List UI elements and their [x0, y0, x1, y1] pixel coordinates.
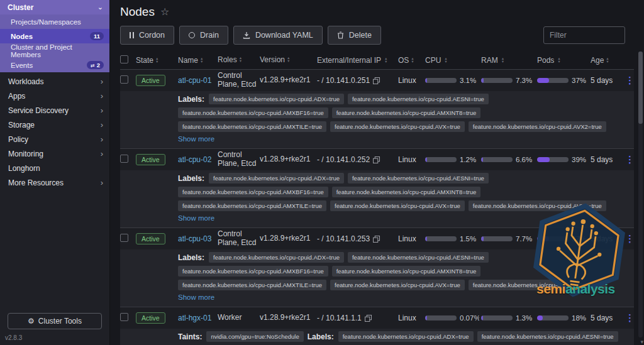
pods-cell: 18% [537, 314, 589, 322]
download-yaml-button[interactable]: Download YAML [233, 26, 323, 45]
drain-button[interactable]: Drain [179, 26, 228, 45]
sort-icon: ▲▼ [411, 57, 414, 63]
label-chip: feature.node.kubernetes.io/cpu-cpuid.AVX… [469, 121, 606, 132]
age-cell: 5 days [591, 314, 623, 322]
sidebar-item-events[interactable]: Events 2 [0, 58, 109, 72]
sort-icon: ▲▼ [557, 57, 560, 63]
cpu-usage-bar [425, 157, 457, 162]
ip-cell: - / 10.141.0.251 [317, 76, 396, 85]
sidebar-item-service-discovery[interactable]: Service Discovery › [0, 103, 109, 118]
sidebar-item-nodes[interactable]: Nodes 11 [0, 29, 109, 43]
column-header-ram[interactable]: RAM▲▼ [481, 56, 535, 65]
cpu-cell: 3.1% [425, 77, 479, 84]
copy-icon[interactable] [373, 236, 380, 243]
sidebar-item-longhorn[interactable]: Longhorn [0, 161, 109, 175]
os-cell: Linux [398, 155, 423, 164]
labels-label: Labels: [308, 332, 334, 341]
row-actions-menu-icon[interactable]: ⋮ [625, 155, 635, 165]
row-actions-menu-icon[interactable]: ⋮ [625, 234, 635, 244]
row-checkbox[interactable] [120, 75, 128, 84]
sidebar-item-monitoring[interactable]: Monitoring › [0, 146, 109, 161]
sidebar-item-more-resources[interactable]: More Resources › [0, 175, 109, 190]
label-chip: feature.node.kubernetes.io/cpu-cpuid.AMX… [178, 107, 328, 118]
scrollbar-down-arrow-icon[interactable]: ▾ [640, 339, 643, 345]
row-actions-menu-icon[interactable]: ⋮ [625, 313, 635, 323]
sidebar-item-label: Apps [8, 92, 25, 101]
table-row: Active atl-cpu-01 Control Plane, Etcd v1… [120, 70, 634, 148]
table-row: Active atl-hgx-01 Worker v1.28.9+rke2r1 … [120, 307, 634, 345]
chevron-right-icon: › [101, 178, 103, 187]
cluster-tools-label: Cluster Tools [38, 317, 82, 326]
sidebar-item-storage[interactable]: Storage › [0, 118, 109, 132]
sidebar-item-label: Longhorn [8, 164, 40, 173]
sidebar-item-label: Service Discovery [8, 106, 69, 115]
sidebar-item-projects-namespaces[interactable]: Projects/Namespaces [0, 14, 109, 29]
sidebar-item-policy[interactable]: Policy › [0, 132, 109, 146]
label-chip: feature.node.kubernetes.io/cpu-cpuid.ADX… [209, 94, 344, 104]
sidebar-item-cluster-and-project-members[interactable]: Cluster and Project Members [0, 43, 109, 58]
sidebar-item-apps[interactable]: Apps › [0, 89, 109, 103]
show-more-link[interactable]: Show more [178, 293, 214, 301]
column-header-os[interactable]: OS▲▼ [398, 56, 423, 65]
cluster-menu[interactable]: Cluster ⌄ [0, 0, 109, 14]
age-cell: 5 days [591, 155, 623, 164]
favorite-star-icon[interactable] [160, 7, 169, 17]
roles-cell: Control Plane, Etcd [218, 230, 258, 248]
chevron-right-icon: › [101, 106, 103, 114]
select-all-checkbox[interactable] [120, 55, 128, 63]
node-name-link[interactable]: atl-cpu-02 [178, 155, 211, 164]
column-header-cpu[interactable]: CPU▲▼ [425, 56, 479, 65]
sort-icon: ▲▼ [239, 57, 242, 63]
sort-icon: ▲▼ [606, 57, 609, 63]
sidebar-item-workloads[interactable]: Workloads › [0, 74, 109, 89]
column-header-version[interactable]: Version▲▼ [260, 56, 315, 65]
state-badge: Active [136, 154, 165, 165]
cordon-button[interactable]: Cordon [120, 26, 174, 45]
chevron-right-icon: › [101, 150, 103, 158]
scrollbar-thumb[interactable] [638, 52, 643, 124]
table-row: Active atl-cpu-03 Control Plane, Etcd v1… [120, 227, 634, 307]
cluster-tools-button[interactable]: ⚙ Cluster Tools [8, 313, 102, 329]
row-actions-menu-icon[interactable]: ⋮ [625, 75, 635, 85]
filter-input[interactable] [543, 26, 625, 44]
node-name-link[interactable]: atl-cpu-03 [178, 234, 211, 243]
cpu-usage-bar [425, 236, 457, 241]
column-header-roles[interactable]: Roles▲▼ [218, 56, 258, 65]
label-chip: feature.node.kubernetes.io/cpu-cpuid.AES… [348, 94, 489, 104]
chevron-right-icon: › [101, 92, 103, 100]
node-name-link[interactable]: atl-hgx-01 [178, 314, 211, 322]
column-header-age[interactable]: Age▲▼ [591, 56, 623, 65]
drain-icon [189, 32, 195, 38]
taints-label: Taints: [178, 332, 202, 341]
copy-icon[interactable] [373, 156, 380, 163]
sidebar-item-label: More Resources [8, 178, 64, 187]
copy-icon[interactable] [373, 77, 380, 84]
pods-usage-bar [537, 315, 569, 320]
os-cell: Linux [398, 234, 423, 243]
vertical-scrollbar[interactable] [638, 52, 643, 337]
row-labels-section: Labels:feature.node.kubernetes.io/cpu-cp… [120, 249, 634, 307]
row-checkbox[interactable] [120, 155, 128, 163]
label-chip: feature.node.kubernetes.io/cpu-cpuid.AES… [348, 252, 489, 263]
column-header-pods[interactable]: Pods▲▼ [537, 56, 589, 65]
pods-cell: 37% [537, 77, 589, 84]
show-more-link[interactable]: Show more [178, 135, 214, 143]
copy-icon[interactable] [365, 315, 372, 322]
column-header-ip[interactable]: External/Internal IP▲▼ [317, 56, 396, 65]
version-cell: v1.28.9+rke2r1 [260, 234, 315, 243]
toolbar: Cordon Drain Download YAML Delete [110, 21, 644, 51]
cpu-usage-bar [425, 78, 457, 83]
column-header-state[interactable]: State▲▼ [136, 56, 176, 65]
node-name-link[interactable]: atl-cpu-01 [178, 76, 211, 85]
column-header-name[interactable]: Name▲▼ [178, 56, 216, 65]
state-badge: Active [136, 312, 165, 324]
sidebar-bottom: ⚙ Cluster Tools v2.8.3 [0, 308, 109, 345]
delete-button[interactable]: Delete [328, 26, 381, 45]
label-chip: feature.node.kubernetes.io/cpu-cpuid.AMX… [332, 187, 481, 197]
label-chip: feature.node.kubernetes.io/cpu-cpuid.AMX… [178, 266, 328, 277]
table-body: Active atl-cpu-01 Control Plane, Etcd v1… [120, 70, 634, 345]
show-more-link[interactable]: Show more [178, 214, 214, 222]
label-chip: feature.node.kubernetes.io/cpu-cpuid.AES… [348, 173, 489, 183]
row-checkbox[interactable] [120, 313, 128, 321]
row-checkbox[interactable] [120, 234, 128, 242]
